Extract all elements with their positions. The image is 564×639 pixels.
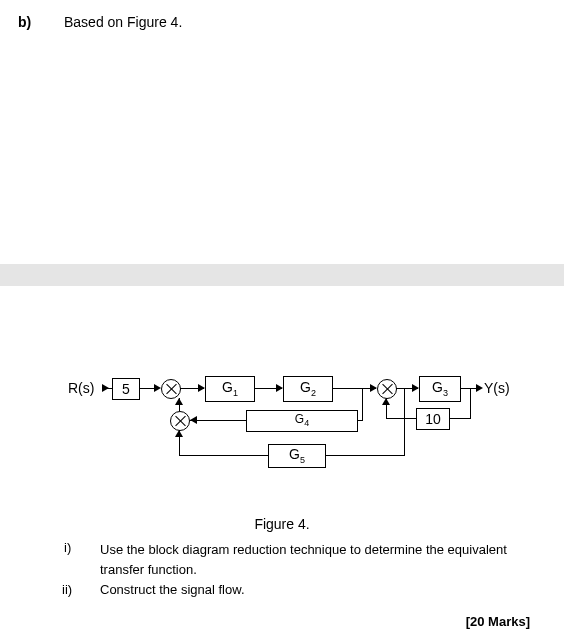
g1-sub: 1 [233,388,238,398]
subpart-ii-label: ii) [62,582,72,597]
block-g4: G4 [246,410,358,432]
g3-sub: 3 [443,388,448,398]
page: b) Based on Figure 4. R(s) 5 G1 G2 [0,0,564,639]
output-label: Y(s) [484,380,510,396]
block-diagram: R(s) 5 G1 G2 [78,376,538,496]
arrow-icon [175,430,183,437]
block-g1: G1 [205,376,255,402]
block-gain: 5 [112,378,140,400]
block-g2-label: G2 [300,380,316,398]
block-g2: G2 [283,376,333,402]
block-g1-label: G1 [222,380,238,398]
arrow-icon [175,398,183,405]
block-g4-label: G4 [295,413,309,428]
subpart-i-text: Use the block diagram reduction techniqu… [100,540,540,579]
block-g3: G3 [419,376,461,402]
subpart-i-label: i) [64,540,71,555]
wire [102,388,112,389]
g5-sub: 5 [300,455,305,465]
summing-junction [377,379,397,399]
g1-base: G [222,379,233,395]
summing-junction [170,411,190,431]
arrow-icon [276,384,283,392]
wire [357,420,363,421]
arrow-icon [412,384,419,392]
g3-base: G [432,379,443,395]
g4-base: G [295,412,304,426]
subpart-ii-text: Construct the signal flow. [100,582,540,597]
wire [179,455,268,456]
input-label: R(s) [68,380,94,396]
arrow-icon [190,416,197,424]
part-label: b) [18,14,31,30]
block-ten: 10 [416,408,450,430]
wire [325,455,405,456]
wire [386,418,416,419]
block-g5-label: G5 [289,447,305,465]
g2-sub: 2 [311,388,316,398]
summing-junction [161,379,181,399]
g4-sub: 4 [304,419,309,429]
question-intro: Based on Figure 4. [64,14,182,30]
arrow-icon [476,384,483,392]
arrow-icon [154,384,161,392]
wire [404,388,405,455]
separator-bar [0,264,564,286]
block-ten-label: 10 [425,412,441,426]
wire [470,388,471,418]
g5-base: G [289,446,300,462]
block-gain-label: 5 [122,382,130,396]
g2-base: G [300,379,311,395]
figure-caption: Figure 4. [0,516,564,532]
wire [190,420,246,421]
wire [362,388,363,420]
arrow-icon [382,398,390,405]
block-g5: G5 [268,444,326,468]
wire [449,418,471,419]
arrow-icon [370,384,377,392]
marks-label: [20 Marks] [466,614,530,629]
arrow-icon [198,384,205,392]
block-g3-label: G3 [432,380,448,398]
